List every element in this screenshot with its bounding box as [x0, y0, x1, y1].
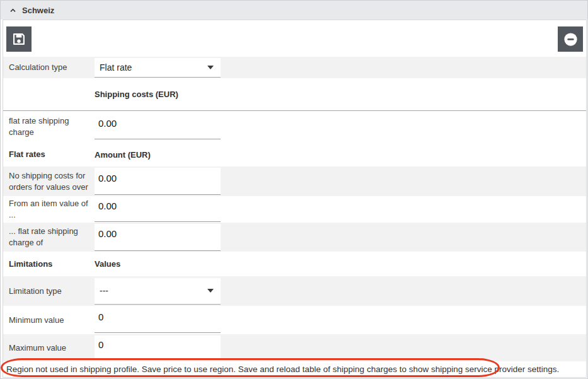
save-button[interactable] [6, 25, 32, 54]
save-floppy-icon [6, 26, 32, 52]
flat-rate-charge-label: flat rate shipping charge [3, 115, 95, 137]
calculation-type-label: Calculation type [3, 62, 95, 73]
toolbar [3, 20, 586, 57]
flat-rate-charge-of-input[interactable] [95, 224, 221, 251]
maximum-value-input[interactable] [95, 335, 221, 360]
accordion-header-schweiz[interactable]: Schweiz [1, 1, 587, 20]
values-header: Values [95, 259, 120, 269]
from-item-value-label: From an item value of ... [3, 198, 95, 220]
footer-note-row: Region not used in shipping profile. Sav… [3, 361, 586, 377]
flat-rate-charge-row: flat rate shipping charge [3, 111, 586, 143]
region-title: Schweiz [22, 6, 54, 15]
region-panel: Schweiz [0, 0, 588, 379]
limitation-type-row: Limitation type --- [3, 276, 586, 306]
maximum-value-row: Maximum value [3, 334, 586, 361]
flat-rate-charge-of-label: ... flat rate shipping charge of [3, 226, 95, 248]
shipping-costs-title: Shipping costs (EUR) [95, 90, 178, 99]
flat-rates-header: Flat rates [3, 149, 95, 160]
limitations-header-row: Limitations Values [3, 252, 586, 276]
from-item-value-row: From an item value of ... [3, 196, 586, 223]
remove-minus-circle-icon [558, 26, 583, 52]
region-settings-panel: Calculation type Flat rate Shipping cost… [3, 20, 587, 378]
flat-rate-charge-of-row: ... flat rate shipping charge of [3, 223, 586, 252]
limitations-header: Limitations [3, 259, 95, 270]
no-shipping-over-row: No shipping costs for orders for values … [3, 166, 586, 196]
minimum-value-row: Minimum value [3, 306, 586, 334]
maximum-value-label: Maximum value [3, 342, 95, 354]
limitation-type-label: Limitation type [3, 286, 95, 297]
minimum-value-input[interactable] [95, 307, 221, 333]
limitation-type-select[interactable]: --- [95, 278, 221, 305]
calculation-type-value: Flat rate [100, 62, 132, 73]
flat-rates-header-row: Flat rates Amount (EUR) [3, 143, 586, 166]
no-shipping-over-input[interactable] [95, 168, 221, 195]
dropdown-caret-icon [207, 289, 214, 293]
minimum-value-label: Minimum value [3, 315, 95, 326]
dropdown-caret-icon [207, 66, 214, 69]
region-status-message: Region not used in shipping profile. Sav… [3, 364, 559, 374]
calculation-type-row: Calculation type Flat rate [3, 57, 586, 78]
from-item-value-input[interactable] [95, 197, 221, 222]
remove-region-button[interactable] [558, 25, 583, 54]
shipping-costs-section-header: Shipping costs (EUR) [3, 78, 586, 110]
amount-header: Amount (EUR) [95, 150, 151, 160]
limitation-type-value: --- [100, 286, 108, 296]
calculation-type-select[interactable]: Flat rate [95, 58, 221, 78]
flat-rate-charge-input[interactable] [95, 114, 221, 139]
chevron-up-icon [8, 6, 18, 15]
no-shipping-over-label: No shipping costs for orders for values … [3, 170, 95, 192]
